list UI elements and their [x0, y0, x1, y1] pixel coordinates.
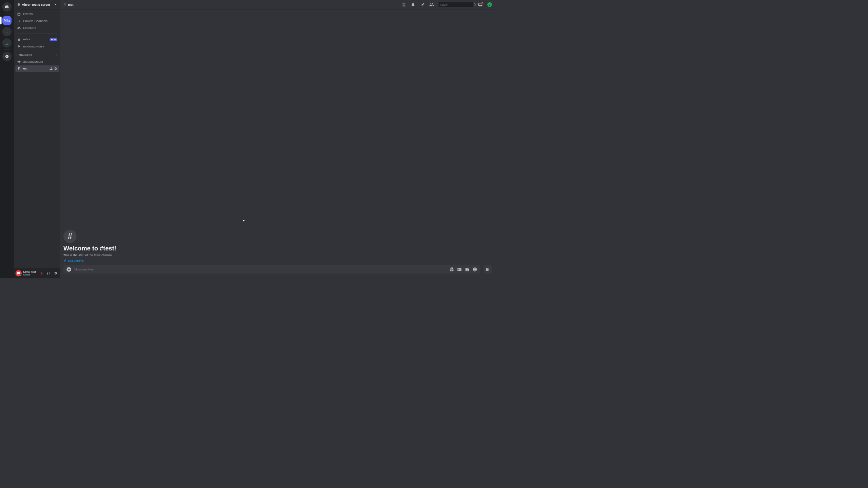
gear-icon — [54, 271, 58, 275]
channel-welcome: # Welcome to #test! This is the start of… — [63, 230, 492, 265]
category-label: CHANNELS — [19, 54, 32, 57]
category-channels[interactable]: CHANNELS + — [16, 50, 59, 58]
nav-label: Events — [23, 13, 33, 16]
server-mirror-tests[interactable]: MTs — [2, 16, 12, 25]
notification-dot-icon — [481, 2, 483, 4]
server-initials: MTs — [4, 18, 10, 22]
mic-muted-icon — [40, 271, 43, 275]
channel-rules[interactable]: rules NEW — [16, 36, 59, 43]
explore-servers-button[interactable] — [2, 52, 12, 61]
gear-icon[interactable] — [54, 67, 57, 70]
nav-label: Members — [23, 26, 36, 30]
emoji-icon — [473, 267, 477, 272]
members-icon — [429, 2, 434, 7]
welcome-subtext: This is the start of the #test channel. — [63, 253, 492, 257]
server-header[interactable]: Mirror Test's server — [14, 0, 60, 9]
channel-label: announcement — [22, 60, 43, 63]
guild-separator — [4, 14, 10, 14]
members-icon — [17, 26, 21, 30]
help-button[interactable]: ? — [487, 2, 492, 7]
nav-members[interactable]: Members — [16, 25, 59, 31]
inbox-button[interactable] — [478, 2, 483, 7]
chevron-down-icon — [54, 3, 57, 6]
main-area: # test — [60, 0, 495, 278]
channel-announcement[interactable]: announcement — [16, 58, 59, 65]
download-icon — [5, 41, 9, 45]
online-status-icon — [20, 274, 22, 277]
threads-button[interactable] — [401, 2, 406, 7]
headphones-icon — [47, 271, 51, 275]
create-channel-button[interactable]: + — [55, 53, 57, 57]
discord-logo-icon — [5, 5, 9, 9]
apps-button[interactable] — [484, 265, 492, 273]
megaphone-icon — [17, 60, 21, 63]
calendar-icon — [17, 12, 21, 16]
pencil-icon — [63, 259, 66, 262]
pin-icon — [420, 2, 425, 7]
edit-channel-label: Edit Channel — [68, 259, 84, 262]
channel-title: test — [68, 3, 73, 6]
nav-events[interactable]: Events — [16, 11, 59, 17]
rules-icon — [17, 38, 21, 41]
channel-label: test — [22, 67, 27, 70]
pinned-messages-button[interactable] — [420, 2, 425, 7]
nav-label: Browse Channels — [23, 19, 47, 23]
user-avatar[interactable] — [16, 270, 22, 276]
threads-icon — [401, 2, 406, 7]
channel-topbar: # test — [60, 0, 495, 9]
mute-button[interactable] — [39, 270, 45, 276]
user-info[interactable]: Mirror Test Online — [23, 270, 37, 276]
invite-icon[interactable] — [49, 67, 53, 70]
notifications-button[interactable] — [411, 2, 415, 7]
message-input[interactable] — [74, 268, 446, 271]
channel-test[interactable]: test — [16, 65, 59, 72]
plus-icon: + — [5, 29, 8, 35]
gift-icon — [449, 267, 454, 272]
hash-icon: # — [63, 230, 77, 243]
emoji-button[interactable] — [473, 267, 477, 272]
channel-label: rules — [23, 38, 30, 41]
edit-channel-link[interactable]: Edit Channel — [63, 259, 492, 262]
message-composer[interactable]: + — [63, 265, 480, 273]
messages-area: # Welcome to #test! This is the start of… — [60, 9, 495, 265]
search-icon — [474, 3, 476, 6]
hash-shield-icon — [17, 44, 21, 48]
dm-home-button[interactable] — [2, 2, 12, 12]
channel-list: Events Browse Channels Members rules NEW… — [14, 9, 60, 268]
channel-label: moderator-only — [23, 45, 44, 48]
hash-icon: # — [63, 2, 66, 7]
user-panel: Mirror Test Online — [14, 268, 60, 279]
welcome-heading: Welcome to #test! — [63, 245, 492, 252]
user-settings-button[interactable] — [53, 270, 59, 276]
search-input[interactable] — [440, 3, 474, 6]
compass-icon — [5, 55, 9, 58]
guild-separator — [4, 49, 10, 50]
chevron-down-icon — [16, 54, 18, 56]
guild-bar: MTs + — [0, 0, 14, 278]
sticker-icon — [465, 267, 470, 272]
user-status: Online — [23, 273, 37, 276]
channel-moderator-only[interactable]: moderator-only — [16, 43, 59, 49]
bell-muted-icon — [411, 2, 415, 7]
gif-icon — [457, 267, 462, 272]
deafen-button[interactable] — [46, 270, 52, 276]
apps-icon — [485, 267, 490, 272]
gif-button[interactable] — [457, 267, 462, 272]
divider — [17, 33, 57, 34]
attach-button[interactable]: + — [66, 267, 71, 272]
new-badge: NEW — [50, 38, 57, 41]
server-name: Mirror Test's server — [22, 3, 54, 6]
hash-icon — [17, 67, 21, 70]
search-box[interactable] — [438, 2, 473, 7]
nav-browse-channels[interactable]: Browse Channels — [16, 18, 59, 24]
add-server-button[interactable]: + — [2, 27, 12, 36]
gift-button[interactable] — [449, 267, 454, 272]
channel-sidebar: Mirror Test's server Events Browse Chann… — [14, 0, 60, 278]
download-apps-button[interactable] — [2, 38, 12, 47]
composer-row: + — [60, 265, 495, 278]
community-badge-icon — [17, 3, 20, 6]
member-list-button[interactable] — [429, 2, 434, 7]
sticker-button[interactable] — [465, 267, 470, 272]
browse-icon — [17, 19, 21, 23]
